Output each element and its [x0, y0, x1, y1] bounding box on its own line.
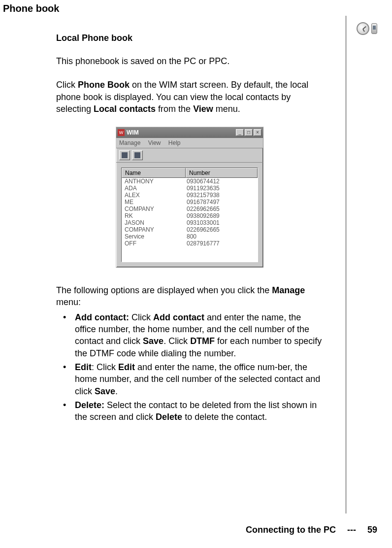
- cell-number: 0930674412: [186, 178, 258, 185]
- save-icon: [122, 152, 128, 158]
- cell-name: ADA: [122, 185, 186, 192]
- text: menu:: [56, 297, 81, 307]
- text: menu.: [213, 104, 240, 114]
- option-edit: Edit: Click Edit and enter the name, the…: [56, 361, 323, 397]
- list-item[interactable]: COMPANY0226962665: [122, 226, 258, 233]
- cell-number: 0226962665: [186, 206, 258, 212]
- footer-separator: ---: [347, 525, 356, 535]
- list-item[interactable]: JASON0931033001: [122, 219, 258, 226]
- section-heading: Phone book: [3, 3, 377, 14]
- text: The following options are displayed when…: [56, 285, 272, 295]
- cell-number: 0938092689: [186, 212, 258, 219]
- bold: Delete: [156, 412, 182, 422]
- instructions-paragraph: Click Phone Book on the WIM start screen…: [56, 79, 323, 115]
- text: to delete the contact.: [182, 412, 267, 422]
- header-decoration: [357, 22, 384, 35]
- cell-number: 0931033001: [186, 219, 258, 226]
- bold: Phone Book: [78, 80, 130, 90]
- screenshot-figure: W WIM _ □ × Manage View Help: [56, 127, 323, 268]
- vertical-rule: [345, 16, 347, 514]
- bold: Manage: [272, 285, 305, 295]
- bold: DTMF: [190, 336, 215, 346]
- wim-window: W WIM _ □ × Manage View Help: [116, 127, 263, 268]
- menu-view[interactable]: View: [148, 139, 161, 146]
- bold: View: [193, 104, 213, 114]
- cell-name: RK: [122, 212, 186, 219]
- cell-number: 0287916777: [186, 240, 258, 247]
- list-header: Name Number: [122, 168, 258, 178]
- subsection-heading: Local Phone book: [56, 33, 323, 43]
- text: from the: [156, 104, 193, 114]
- list-item[interactable]: ADA0911923635: [122, 185, 258, 192]
- list-item[interactable]: ALEX0932157938: [122, 192, 258, 199]
- toolbar-button-2[interactable]: [132, 150, 143, 160]
- cell-number: 0911923635: [186, 185, 258, 192]
- menu-help[interactable]: Help: [168, 139, 181, 146]
- list-item[interactable]: COMPANY0226962665: [122, 206, 258, 212]
- page-footer: Connecting to the PC --- 59: [246, 525, 377, 535]
- contacts-list: Name Number ANTHONY0930674412 ADA0911923…: [121, 168, 258, 262]
- list-item[interactable]: Service800: [122, 233, 258, 240]
- text: Click: [129, 312, 153, 322]
- cell-name: ANTHONY: [122, 178, 186, 185]
- cell-name: COMPANY: [122, 226, 186, 233]
- menubar: Manage View Help: [116, 138, 263, 148]
- list-rows: ANTHONY0930674412 ADA0911923635 ALEX0932…: [122, 178, 258, 262]
- column-name[interactable]: Name: [122, 168, 186, 178]
- page-number: 59: [367, 525, 377, 535]
- option-delete: Delete: Select the contact to be deleted…: [56, 399, 323, 423]
- app-icon: W: [118, 129, 125, 136]
- cell-name: ALEX: [122, 192, 186, 199]
- options-intro: The following options are displayed when…: [56, 284, 323, 308]
- options-list: Add contact: Click Add contact and enter…: [56, 311, 323, 423]
- list-item[interactable]: OFF0287916777: [122, 240, 258, 247]
- bold: Local contacts: [94, 104, 156, 114]
- cell-number: 0226962665: [186, 226, 258, 233]
- list-item[interactable]: RK0938092689: [122, 212, 258, 219]
- phone-icon: [371, 23, 377, 34]
- maximize-button[interactable]: □: [245, 129, 253, 136]
- bold: Edit: [118, 362, 135, 372]
- close-button[interactable]: ×: [254, 129, 261, 136]
- bold: Save: [95, 386, 115, 396]
- bold: Add contact: [153, 312, 204, 322]
- option-label: Add contact:: [75, 312, 129, 322]
- menu-manage[interactable]: Manage: [119, 139, 140, 146]
- list-panel: Name Number ANTHONY0930674412 ADA0911923…: [120, 167, 259, 263]
- clock-icon: [357, 22, 369, 35]
- cell-number: 0932157938: [186, 192, 258, 199]
- text: : Click: [92, 362, 118, 372]
- cell-name: COMPANY: [122, 206, 186, 212]
- footer-chapter: Connecting to the PC: [246, 525, 336, 535]
- window-title: WIM: [127, 129, 236, 136]
- option-label: Delete:: [75, 400, 104, 410]
- text: . Click: [163, 336, 190, 346]
- option-label: Edit: [75, 362, 92, 372]
- cell-name: ME: [122, 199, 186, 206]
- list-item[interactable]: ME0916787497: [122, 199, 258, 206]
- cell-name: JASON: [122, 219, 186, 226]
- bold: Save: [143, 336, 163, 346]
- cell-name: Service: [122, 233, 186, 240]
- cell-number: 800: [186, 233, 258, 240]
- text: Click: [56, 80, 78, 90]
- titlebar: W WIM _ □ ×: [116, 127, 263, 138]
- cell-name: OFF: [122, 240, 186, 247]
- column-number[interactable]: Number: [186, 168, 258, 178]
- minimize-button[interactable]: _: [236, 129, 244, 136]
- book-icon: [134, 152, 140, 158]
- toolbar: [116, 148, 263, 163]
- list-item[interactable]: ANTHONY0930674412: [122, 178, 258, 185]
- text: .: [115, 386, 118, 396]
- option-add-contact: Add contact: Click Add contact and enter…: [56, 311, 323, 359]
- intro-paragraph: This phonebook is saved on the PC or PPC…: [56, 55, 323, 67]
- toolbar-button-1[interactable]: [119, 150, 130, 160]
- cell-number: 0916787497: [186, 199, 258, 206]
